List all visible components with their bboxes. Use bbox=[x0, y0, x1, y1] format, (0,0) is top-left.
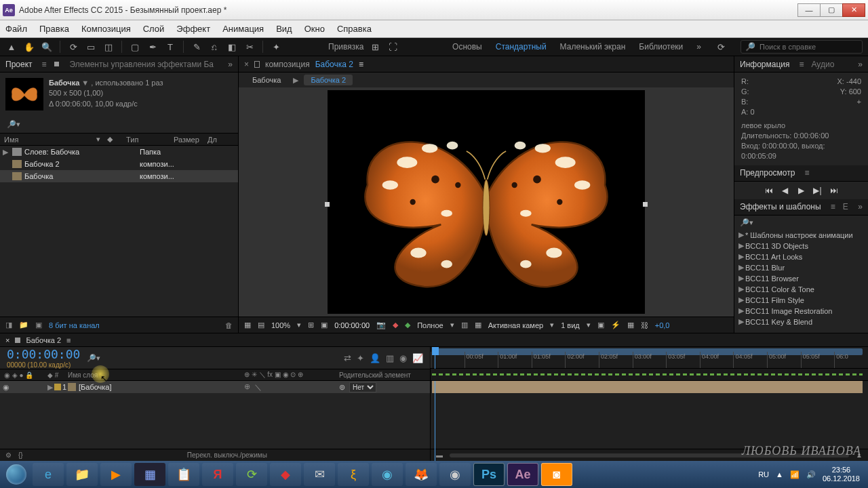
effect-category[interactable]: ▶BCC11 Art Looks bbox=[734, 251, 868, 262]
rectangle-tool-icon[interactable]: ▢ bbox=[129, 41, 141, 53]
workspace-overflow-icon[interactable]: » bbox=[696, 42, 701, 52]
workspace-libraries[interactable]: Библиотеки bbox=[639, 42, 683, 52]
effect-category[interactable]: ▶BCC11 Blur bbox=[734, 262, 868, 273]
preview-tab[interactable]: Предпросмотр bbox=[740, 168, 795, 178]
last-frame-icon[interactable]: ⏭ bbox=[829, 186, 840, 195]
new-comp-icon[interactable]: ▣ bbox=[35, 321, 42, 329]
project-row-comp2[interactable]: Бабочка 2 компози... bbox=[0, 158, 238, 170]
menu-file[interactable]: Файл bbox=[5, 24, 27, 34]
panel-menu-icon[interactable]: ≡ bbox=[42, 60, 47, 69]
taskbar-app3[interactable]: ⟳ bbox=[236, 463, 267, 486]
zoom-out-icon[interactable]: ▬ bbox=[436, 451, 443, 459]
camera-dropdown[interactable]: Активная камер bbox=[488, 321, 543, 329]
transparency-icon[interactable]: ▦ bbox=[475, 321, 481, 329]
workspace-small[interactable]: Маленький экран bbox=[560, 42, 626, 52]
taskbar-mail[interactable]: ✉ bbox=[304, 463, 335, 486]
layer-name[interactable]: [Бабочка] bbox=[79, 383, 112, 391]
flow-tab-1[interactable]: Бабочка bbox=[245, 75, 288, 85]
resolution-dropdown[interactable]: Полное bbox=[417, 321, 443, 329]
region-icon[interactable]: ▥ bbox=[461, 321, 468, 329]
current-timecode[interactable]: 0:00:00:00 bbox=[7, 347, 80, 361]
text-tool-icon[interactable]: T bbox=[164, 41, 176, 53]
exposure-value[interactable]: +0,0 bbox=[655, 321, 670, 329]
layer-duration-bar[interactable] bbox=[432, 381, 863, 393]
close-tab-icon[interactable]: × bbox=[244, 60, 249, 69]
grid-icon[interactable]: ▦ bbox=[244, 321, 251, 329]
effects-tab[interactable]: Эффекты и шаблоны bbox=[740, 202, 821, 211]
pen-tool-icon[interactable]: ✒ bbox=[146, 41, 159, 53]
zoom-level[interactable]: 100% bbox=[271, 321, 290, 329]
start-button[interactable] bbox=[3, 463, 30, 486]
prev-frame-icon[interactable]: ◀ bbox=[780, 186, 791, 195]
pan-behind-tool-icon[interactable]: ◫ bbox=[102, 41, 115, 53]
label-icon[interactable]: ◆ bbox=[107, 135, 113, 144]
taskbar-app4[interactable]: ◆ bbox=[270, 463, 301, 486]
views-dropdown[interactable]: 1 вид bbox=[561, 321, 580, 329]
col-parent[interactable]: Родительский элемент bbox=[339, 371, 430, 379]
tray-time[interactable]: 23:56 bbox=[823, 466, 860, 474]
playhead[interactable] bbox=[432, 347, 439, 369]
close-button[interactable]: ✕ bbox=[842, 3, 865, 17]
maximize-button[interactable]: ▢ bbox=[820, 3, 843, 17]
draft-3d-icon[interactable]: ✦ bbox=[357, 353, 364, 363]
flowchart-icon[interactable]: ⛓ bbox=[641, 321, 648, 329]
motion-blur-icon[interactable]: ◉ bbox=[399, 353, 407, 363]
mask-icon[interactable]: ⊞ bbox=[308, 321, 314, 329]
visibility-icon[interactable]: ◉ bbox=[3, 383, 9, 392]
sync-icon[interactable]: ⟳ bbox=[715, 41, 727, 53]
minimize-button[interactable]: — bbox=[797, 3, 821, 17]
first-frame-icon[interactable]: ⏮ bbox=[764, 186, 774, 195]
project-row-folder[interactable]: ▶ Слоев: Бабочка Папка bbox=[0, 146, 238, 158]
hand-tool-icon[interactable]: ✋ bbox=[23, 41, 35, 53]
close-tab-icon[interactable]: × bbox=[5, 336, 9, 344]
taskbar-app6[interactable]: ◉ bbox=[372, 463, 403, 486]
taskbar-photoshop[interactable]: Ps bbox=[473, 463, 505, 486]
effect-category[interactable]: ▶BCC11 3D Objects bbox=[734, 241, 868, 251]
pixel-aspect-icon[interactable]: ▣ bbox=[597, 321, 604, 329]
timeline-layer-row[interactable]: ◉ ▶ 1 [Бабочка] ⊕＼ ⊚ Нет bbox=[0, 381, 430, 393]
snapshot-icon[interactable]: 📷 bbox=[376, 321, 386, 329]
effect-category[interactable]: ▶BCC11 Color & Tone bbox=[734, 284, 868, 295]
effects-search-icon[interactable]: 🔎▾ bbox=[740, 218, 753, 226]
viewer-time[interactable]: 0:00:00:00 bbox=[334, 321, 370, 329]
rotate-tool-icon[interactable]: ⟳ bbox=[67, 41, 79, 53]
menu-view[interactable]: Вид bbox=[276, 24, 292, 34]
menu-composition[interactable]: Композиция bbox=[81, 24, 131, 34]
toggle-modes-icon[interactable]: {} bbox=[18, 451, 23, 459]
channel-icon[interactable]: ◆ bbox=[393, 321, 398, 329]
effect-category[interactable]: ▶* Шаблоны настроек анимации bbox=[734, 230, 868, 241]
help-search[interactable]: 🔎 bbox=[741, 40, 863, 54]
interpret-icon[interactable]: ◨ bbox=[5, 321, 12, 329]
camera-tool-icon[interactable]: ▭ bbox=[85, 41, 97, 53]
effect-category[interactable]: ▶BCC11 Browser bbox=[734, 273, 868, 284]
time-ruler[interactable]: 00:05f01:00f 01:05f02:00f02:05f 03:00f03… bbox=[431, 347, 868, 369]
project-row-comp1[interactable]: Бабочка компози... bbox=[0, 170, 238, 182]
menu-help[interactable]: Справка bbox=[337, 24, 372, 34]
menu-edit[interactable]: Правка bbox=[39, 24, 69, 34]
tray-volume-icon[interactable]: 🔊 bbox=[806, 470, 816, 479]
effect-category[interactable]: ▶BCC11 Key & Blend bbox=[734, 317, 868, 327]
composition-viewer[interactable] bbox=[239, 87, 734, 317]
taskbar-wmp[interactable]: ▶ bbox=[100, 463, 132, 486]
taskbar-app7[interactable]: ◙ bbox=[541, 463, 572, 486]
effect-category[interactable]: ▶BCC11 Image Restoration bbox=[734, 306, 868, 317]
workspace-standard[interactable]: Стандартный bbox=[496, 42, 547, 52]
panel-menu-icon[interactable]: ≡ bbox=[359, 60, 363, 69]
flow-tab-2[interactable]: Бабочка 2 bbox=[304, 75, 353, 85]
bit-depth[interactable]: 8 бит на канал bbox=[49, 321, 100, 329]
guides-icon[interactable]: ▤ bbox=[258, 321, 264, 329]
snap-toggle-icon[interactable]: ⊞ bbox=[369, 41, 381, 53]
hide-shy-icon[interactable]: 👤 bbox=[370, 353, 380, 363]
zoom-tool-icon[interactable]: 🔍 bbox=[41, 41, 53, 53]
col-duration-label[interactable]: Дл bbox=[208, 136, 217, 144]
menu-animation[interactable]: Анимация bbox=[222, 24, 264, 34]
selection-tool-icon[interactable]: ▲ bbox=[5, 41, 18, 53]
tray-date[interactable]: 06.12.2018 bbox=[823, 474, 860, 483]
project-tab[interactable]: Проект bbox=[5, 60, 33, 69]
tray-network-icon[interactable]: 📶 bbox=[790, 470, 800, 479]
next-frame-icon[interactable]: ▶| bbox=[812, 186, 823, 195]
taskbar-ie[interactable]: e bbox=[33, 463, 64, 486]
play-icon[interactable]: ▶ bbox=[796, 186, 807, 195]
panel-overflow-icon[interactable]: » bbox=[228, 60, 233, 69]
taskbar-chrome[interactable]: ◉ bbox=[439, 463, 471, 486]
